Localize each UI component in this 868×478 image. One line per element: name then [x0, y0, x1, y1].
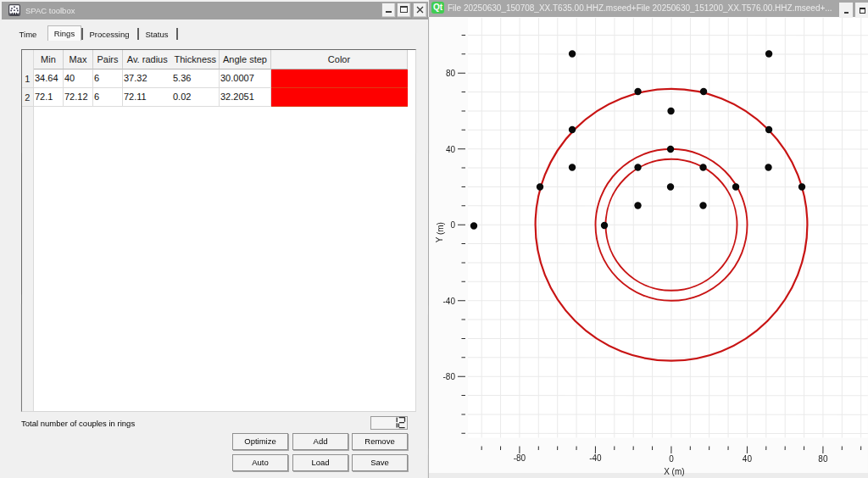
- svg-text:-40: -40: [589, 453, 602, 463]
- svg-text:X (m): X (m): [664, 467, 684, 476]
- svg-text:-40: -40: [443, 297, 456, 306]
- svg-text:80: 80: [446, 69, 456, 78]
- svg-text:-80: -80: [442, 372, 455, 381]
- svg-text:40: 40: [743, 454, 753, 464]
- svg-text:0: 0: [669, 454, 674, 464]
- svg-text:-80: -80: [514, 453, 526, 463]
- svg-text:0: 0: [450, 220, 455, 230]
- svg-text:40: 40: [446, 145, 456, 154]
- svg-text:Y (m): Y (m): [436, 222, 445, 242]
- svg-text:80: 80: [818, 454, 828, 464]
